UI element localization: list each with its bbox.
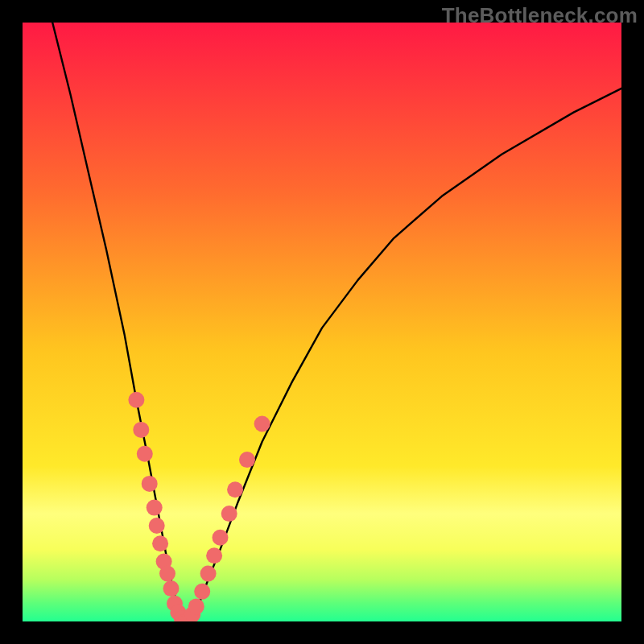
watermark-text: TheBottleneck.com	[442, 3, 638, 28]
data-point	[206, 547, 222, 564]
data-point	[188, 598, 204, 614]
gradient-bg	[23, 23, 621, 621]
chart-frame: TheBottleneck.com	[0, 0, 644, 644]
data-point	[254, 416, 270, 432]
data-point	[227, 481, 243, 497]
data-point	[221, 506, 237, 522]
data-point	[142, 476, 158, 492]
data-point	[128, 392, 144, 408]
data-point	[194, 584, 210, 600]
data-point	[147, 500, 163, 516]
data-point	[133, 422, 149, 438]
data-point	[239, 452, 255, 468]
plot-area	[23, 23, 621, 621]
data-point	[149, 518, 165, 534]
data-point	[137, 446, 153, 462]
data-point	[163, 580, 180, 597]
data-point	[200, 566, 217, 582]
data-point	[152, 535, 168, 551]
data-point	[213, 530, 229, 546]
plot-svg	[23, 23, 621, 621]
data-point	[159, 566, 175, 582]
